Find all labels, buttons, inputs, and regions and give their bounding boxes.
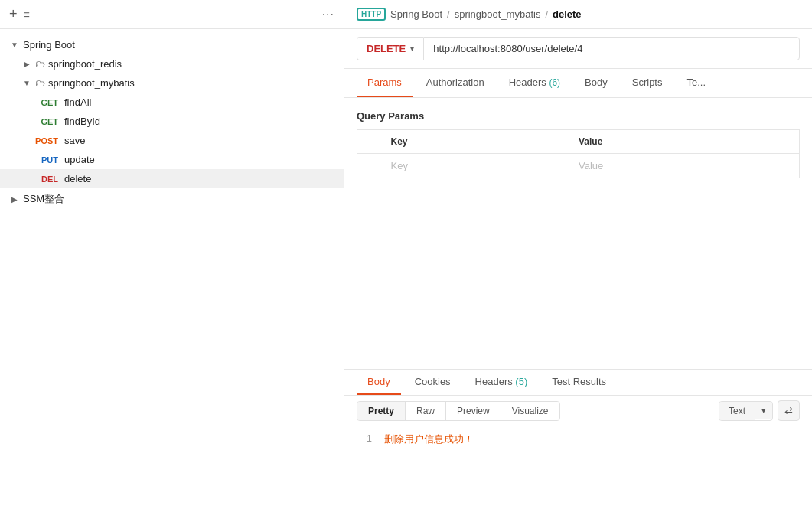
filter-button[interactable]: ≡ bbox=[24, 8, 30, 21]
bc-spring-boot: Spring Boot bbox=[390, 8, 442, 20]
params-col-key: Key bbox=[382, 130, 570, 154]
folder-icon: 🗁 bbox=[35, 58, 45, 70]
response-content: 1 删除用户信息成功！ bbox=[344, 426, 812, 522]
params-value-input[interactable]: Value bbox=[569, 154, 800, 178]
tab-scripts[interactable]: Scripts bbox=[621, 69, 673, 97]
add-button[interactable]: + bbox=[9, 6, 18, 22]
chevron-down-icon: ▾ bbox=[410, 44, 414, 53]
tree-item-findAll[interactable]: GET findAll bbox=[0, 93, 344, 112]
chevron-icon: ▼ bbox=[21, 79, 32, 87]
tree-item-spring-boot[interactable]: ▼ Spring Boot bbox=[0, 35, 344, 54]
more-button[interactable]: ··· bbox=[322, 8, 334, 21]
tree: ▼ Spring Boot ▶ 🗁 springboot_redis ▼ 🗁 s… bbox=[0, 29, 344, 216]
line-text: 删除用户信息成功！ bbox=[384, 432, 474, 446]
type-label: Text bbox=[719, 402, 755, 420]
tree-item-springboot-mybatis[interactable]: ▼ 🗁 springboot_mybatis bbox=[0, 73, 344, 93]
params-col-value: Value bbox=[569, 130, 800, 154]
folder-icon: 🗁 bbox=[35, 77, 45, 89]
query-params-title: Query Params bbox=[357, 110, 800, 122]
url-bar: DELETE ▾ bbox=[344, 29, 812, 69]
method-badge-post: POST bbox=[34, 136, 58, 145]
request-tabs: Params Authorization Headers (6) Body Sc… bbox=[344, 69, 812, 98]
response-tab-headers[interactable]: Headers (5) bbox=[465, 370, 539, 395]
method-badge-del: DEL bbox=[34, 175, 58, 184]
breadcrumb: HTTP Spring Boot / springboot_mybatis / … bbox=[344, 0, 812, 29]
method-select[interactable]: DELETE ▾ bbox=[357, 37, 423, 60]
response-tab-cookies[interactable]: Cookies bbox=[404, 370, 461, 395]
format-pretty[interactable]: Pretty bbox=[357, 402, 406, 420]
tree-item-label: findAll bbox=[64, 96, 91, 108]
sidebar-toolbar: + ≡ ··· bbox=[0, 0, 344, 29]
tab-body[interactable]: Body bbox=[574, 69, 618, 97]
tab-params[interactable]: Params bbox=[357, 69, 413, 97]
tree-item-label: springboot_redis bbox=[48, 58, 122, 70]
http-badge: HTTP bbox=[357, 8, 386, 21]
line-number: 1 bbox=[357, 432, 372, 446]
response-tabs: Body Cookies Headers (5) Test Results bbox=[344, 370, 812, 396]
tree-item-label: delete bbox=[64, 173, 91, 184]
tree-item-label: springboot_mybatis bbox=[48, 77, 135, 89]
type-select[interactable]: Text ▾ bbox=[719, 401, 773, 421]
response-tab-body[interactable]: Body bbox=[357, 370, 401, 395]
method-badge-get: GET bbox=[34, 117, 58, 126]
tree-item-findById[interactable]: GET findById bbox=[0, 112, 344, 131]
bc-sep-1: / bbox=[447, 8, 450, 20]
format-preview[interactable]: Preview bbox=[446, 402, 501, 420]
tree-item-label: SSM整合 bbox=[23, 192, 64, 206]
tab-headers[interactable]: Headers (6) bbox=[498, 69, 571, 97]
tab-tests[interactable]: Te... bbox=[676, 69, 716, 97]
main-panel: HTTP Spring Boot / springboot_mybatis / … bbox=[344, 0, 812, 522]
method-label: DELETE bbox=[367, 43, 406, 54]
response-tab-test-results[interactable]: Test Results bbox=[541, 370, 617, 395]
format-visualize[interactable]: Visualize bbox=[501, 402, 559, 420]
params-section: Query Params Key Value Key Value bbox=[344, 98, 812, 369]
sidebar: + ≡ ··· ▼ Spring Boot ▶ 🗁 springboot_red… bbox=[0, 0, 344, 522]
params-row-empty: Key Value bbox=[357, 154, 800, 178]
tab-authorization[interactable]: Authorization bbox=[416, 69, 495, 97]
type-chevron-icon[interactable]: ▾ bbox=[755, 402, 772, 419]
tree-item-label: update bbox=[64, 154, 95, 165]
tree-item-delete[interactable]: DEL delete bbox=[0, 169, 344, 188]
chevron-icon: ▼ bbox=[9, 41, 20, 49]
bc-delete: delete bbox=[553, 8, 582, 20]
chevron-icon: ▶ bbox=[9, 195, 20, 204]
method-badge-get: GET bbox=[34, 98, 58, 107]
response-line: 1 删除用户信息成功！ bbox=[357, 432, 800, 446]
tree-item-update[interactable]: PUT update bbox=[0, 150, 344, 169]
tree-item-save[interactable]: POST save bbox=[0, 131, 344, 150]
bc-mybatis: springboot_mybatis bbox=[455, 8, 541, 20]
params-key-input[interactable]: Key bbox=[382, 154, 570, 178]
method-badge-put: PUT bbox=[34, 155, 58, 165]
tree-item-springboot-redis[interactable]: ▶ 🗁 springboot_redis bbox=[0, 54, 344, 73]
tree-item-label: Spring Boot bbox=[23, 39, 75, 51]
response-toolbar: Pretty Raw Preview Visualize Text ▾ ⇄ bbox=[344, 396, 812, 426]
format-group: Pretty Raw Preview Visualize bbox=[357, 401, 560, 421]
response-area: Body Cookies Headers (5) Test Results Pr… bbox=[344, 369, 812, 522]
wrap-button[interactable]: ⇄ bbox=[778, 400, 800, 421]
tree-item-ssm[interactable]: ▶ SSM整合 bbox=[0, 188, 344, 210]
url-input[interactable] bbox=[423, 37, 800, 60]
bc-sep-2: / bbox=[545, 8, 548, 20]
tree-item-label: save bbox=[64, 135, 85, 146]
tree-item-label: findById bbox=[64, 116, 100, 127]
format-raw[interactable]: Raw bbox=[406, 402, 446, 420]
chevron-icon: ▶ bbox=[21, 60, 32, 68]
params-table: Key Value Key Value bbox=[357, 129, 800, 178]
params-col-checkbox bbox=[357, 130, 382, 154]
